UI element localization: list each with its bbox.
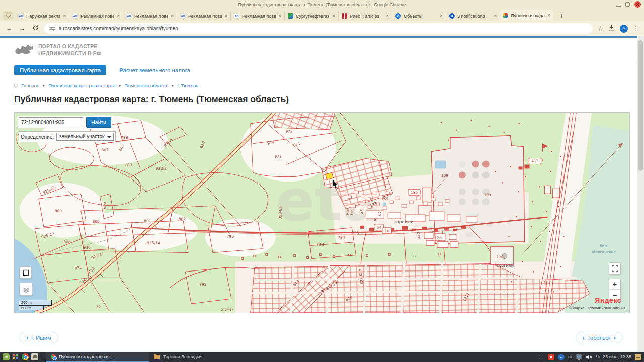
map-canvas[interactable]: eta bbox=[14, 112, 630, 313]
copyright-text: © Яндекс bbox=[569, 306, 584, 310]
tab-close-icon[interactable]: × bbox=[171, 13, 174, 19]
breadcrumb-separator-icon: ▸ bbox=[172, 83, 174, 88]
map-label: Миягинское bbox=[592, 250, 616, 254]
highlighted-parcel[interactable] bbox=[325, 172, 333, 179]
browser-tab[interactable]: АВРекламная пове× bbox=[177, 11, 230, 21]
chrome-launcher-icon[interactable] bbox=[22, 353, 29, 360]
window-minimize-button[interactable] bbox=[616, 2, 621, 7]
search-button[interactable]: Найти bbox=[86, 117, 111, 128]
teamviewer-tray-icon[interactable]: ↔ bbox=[558, 354, 565, 360]
bookmark-star-icon[interactable]: ☆ bbox=[598, 25, 603, 32]
cadastral-number-input[interactable] bbox=[19, 117, 83, 127]
scrollbar-thumb[interactable] bbox=[638, 40, 643, 171]
menu-kebab-icon[interactable]: ⋮ bbox=[633, 25, 639, 32]
prev-city-button[interactable]: ‹ г. Ишим bbox=[19, 332, 58, 343]
tab-list-button[interactable] bbox=[3, 11, 13, 20]
profile-avatar[interactable]: A bbox=[620, 25, 628, 33]
window-maximize-button[interactable] bbox=[625, 2, 630, 7]
tab-close-icon[interactable]: × bbox=[547, 13, 550, 18]
reload-button[interactable] bbox=[31, 25, 39, 33]
map-label: 185 bbox=[411, 190, 418, 195]
tab-close-icon[interactable]: × bbox=[332, 13, 335, 19]
display-tray-icon[interactable] bbox=[576, 354, 582, 360]
measure-button[interactable] bbox=[20, 266, 32, 279]
breadcrumb-region[interactable]: Тюменская область bbox=[124, 83, 168, 88]
new-tab-button[interactable]: + bbox=[557, 12, 566, 20]
download-icon[interactable] bbox=[608, 25, 615, 33]
breadcrumb-city[interactable]: г. Тюмень bbox=[177, 83, 198, 88]
map-label: 972 bbox=[286, 129, 293, 134]
webpage: ПОРТАЛ О КАДАСТРЕ НЕДВИЖИМОСТИ В РФ Публ… bbox=[0, 36, 644, 352]
map-label: 412 bbox=[531, 159, 538, 164]
map-label: 61 bbox=[377, 211, 382, 216]
globe-favicon-icon: е bbox=[395, 13, 401, 19]
nav-tab-land-tax[interactable]: Расчет земельного налога bbox=[119, 67, 190, 73]
tab-close-icon[interactable]: × bbox=[386, 13, 389, 19]
system-tray: ⋮⋮ ◆ ↔ ru Чт, 25 июл, 12:38 bbox=[537, 354, 644, 360]
map-copyright: © Яндекс Условия использования bbox=[569, 306, 625, 310]
location-pin-icon bbox=[14, 83, 19, 88]
taskbar: lm Публичная кадастровая ... Торгили Лео… bbox=[0, 352, 644, 362]
fullscreen-button[interactable] bbox=[609, 262, 621, 275]
tab-close-icon[interactable]: × bbox=[494, 13, 497, 19]
yandex-logo[interactable]: Яндекс bbox=[595, 296, 621, 304]
back-button[interactable]: ← bbox=[5, 25, 13, 32]
tab-close-icon[interactable]: × bbox=[278, 13, 281, 19]
map-label: 10 bbox=[384, 229, 389, 233]
map-label: 734 bbox=[338, 235, 345, 240]
map-label: 3534/5 bbox=[278, 206, 283, 219]
tab-close-icon[interactable]: × bbox=[224, 13, 227, 19]
taskbar-window-chrome[interactable]: Публичная кадастровая ... bbox=[46, 352, 149, 362]
tab-close-icon[interactable]: × bbox=[440, 13, 443, 19]
tab-title: Рекламная пове bbox=[80, 14, 114, 19]
nav-tab-public-map[interactable]: Публичная кадастровая карта bbox=[14, 65, 106, 75]
tab-strip: АВНаружная рекла×АВРекламная пове×АВРекл… bbox=[0, 9, 644, 21]
remote-app-tray-icon[interactable]: ◆ bbox=[548, 354, 554, 360]
browser-tab[interactable]: АВРекламная пове× bbox=[123, 11, 177, 21]
browser-tab[interactable]: Сургутнефтегаз,× bbox=[284, 11, 338, 21]
tab-close-icon[interactable]: × bbox=[63, 13, 66, 19]
next-city-button[interactable]: г. Тобольск › bbox=[576, 332, 623, 343]
breadcrumb-public-map[interactable]: Публичная кадастровая карта bbox=[48, 83, 115, 88]
site-logo[interactable]: ПОРТАЛ О КАДАСТРЕ НЕДВИЖИМОСТИ В РФ bbox=[14, 43, 644, 57]
browser-tab[interactable]: АВНаружная рекла× bbox=[15, 11, 69, 21]
map-label: 120 bbox=[496, 255, 504, 259]
tab-close-icon[interactable]: × bbox=[117, 13, 120, 19]
map-label: 809 bbox=[55, 209, 62, 213]
taskbar-separator bbox=[42, 354, 42, 360]
terms-link[interactable]: Условия использования bbox=[588, 306, 625, 310]
keyboard-layout-indicator[interactable]: ru bbox=[568, 354, 572, 359]
zoom-in-button[interactable]: + bbox=[609, 279, 620, 290]
map-label: 800 bbox=[92, 219, 100, 224]
layers-button[interactable] bbox=[20, 283, 33, 296]
browser-tab[interactable]: АВРекламная пове× bbox=[230, 11, 284, 21]
map-label: 811 bbox=[125, 163, 133, 167]
browser-tab[interactable]: еОбъекты× bbox=[392, 11, 446, 21]
browser-tab[interactable]: АВРекламная пове× bbox=[69, 11, 123, 21]
address-bar[interactable]: a.roscadastres.com/map/tyumenskaya-oblas… bbox=[44, 23, 593, 34]
browser-tab[interactable]: Риес :: articles× bbox=[338, 11, 392, 21]
browser-tab[interactable]: Публичная кадас× bbox=[500, 10, 553, 21]
mint-menu-button[interactable]: lm bbox=[3, 353, 10, 360]
tab-title: Рекламная пове bbox=[188, 14, 222, 19]
tab-title: 3 notifications bbox=[457, 14, 491, 19]
browser-tab[interactable]: 33 notifications× bbox=[446, 11, 500, 21]
map-label: 808 bbox=[64, 240, 71, 244]
app-launcher-icon[interactable] bbox=[12, 353, 19, 360]
site-nav: Публичная кадастровая карта Расчет земел… bbox=[0, 62, 644, 79]
map-label: 32 bbox=[96, 305, 101, 309]
taskbar-clock[interactable]: Чт, 25 июл, 12:38 bbox=[596, 354, 631, 359]
breadcrumb-home[interactable]: Главная bbox=[21, 83, 39, 88]
page-scrollbar[interactable] bbox=[637, 36, 644, 352]
taskbar-window-folder[interactable]: Торгили Леонидыч bbox=[149, 352, 252, 362]
forward-button[interactable]: → bbox=[18, 25, 26, 32]
window-close-button[interactable]: ✕ bbox=[634, 1, 641, 8]
map-label: 790 bbox=[227, 234, 234, 239]
map-label: 798 bbox=[121, 135, 128, 140]
map-label: 973 bbox=[275, 154, 282, 159]
files-launcher-icon[interactable] bbox=[31, 353, 38, 360]
tray-expander-icon[interactable]: ⋮⋮ bbox=[537, 355, 544, 359]
object-type-select[interactable]: земельный участок bbox=[56, 133, 114, 141]
volume-icon[interactable] bbox=[586, 354, 592, 360]
notes-tray-icon[interactable] bbox=[635, 354, 641, 360]
